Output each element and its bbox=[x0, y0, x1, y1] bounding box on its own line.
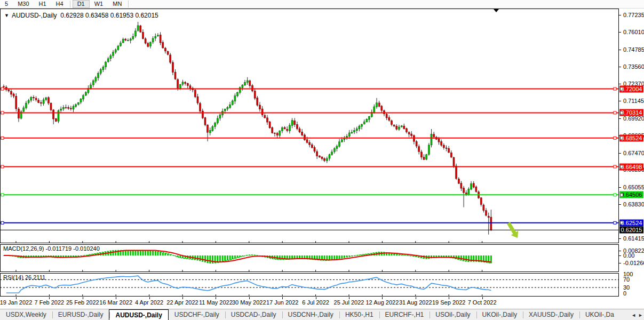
hline-price-badge: 0.66498 bbox=[619, 163, 643, 170]
tab-audusd-daily[interactable]: AUDUSD-,Daily bbox=[109, 309, 168, 320]
price-chart-panel[interactable]: ▼AUDUSD-,Daily 0.62928 0.63458 0.61953 0… bbox=[0, 9, 644, 243]
date-label: 25 Jul 2022 bbox=[334, 299, 364, 306]
date-label: 22 Apr 2022 bbox=[166, 299, 198, 306]
tab-xauusd-daily[interactable]: XAUUSD-,Daily bbox=[523, 309, 579, 320]
price-axis-tick bbox=[619, 187, 621, 188]
date-label: 31 Aug 2022 bbox=[399, 299, 432, 306]
tab-ukoil-da[interactable]: UKOil-,Da bbox=[579, 309, 620, 320]
chart-title: ▼AUDUSD-,Daily 0.62928 0.63458 0.61953 0… bbox=[4, 12, 158, 19]
macd-axis-label: -0.012669 bbox=[623, 260, 644, 266]
timeframe-button-mn[interactable]: MN bbox=[108, 0, 126, 8]
timeframe-button-m30[interactable]: M30 bbox=[13, 0, 34, 8]
tab-usdchf-daily[interactable]: USDCHF-,Daily bbox=[169, 309, 225, 320]
macd-axis-tick bbox=[619, 263, 621, 263]
hline-price-badge: 0.68524 bbox=[619, 134, 643, 141]
price-axis-tick bbox=[619, 238, 621, 239]
date-axis: 19 Jan 20227 Feb 202225 Feb 202216 Mar 2… bbox=[0, 297, 644, 308]
price-axis-label: 0.71145 bbox=[623, 98, 644, 104]
macd-indicator-panel[interactable]: MACD(12,26,9) -0.011719 -0.010240 bbox=[0, 244, 644, 272]
date-label: 7 Oct 2022 bbox=[468, 299, 497, 306]
tab-usdcad-daily[interactable]: USDCAD-,Daily bbox=[225, 309, 282, 320]
price-axis-tick bbox=[619, 50, 621, 50]
macd-axis: 0.0082230.00-0.012669 bbox=[619, 244, 644, 272]
line-handle[interactable] bbox=[620, 193, 623, 196]
tab-eurusd-daily[interactable]: EURUSD-,Daily bbox=[52, 309, 109, 320]
price-axis-tick bbox=[619, 101, 621, 101]
price-axis-label: 0.63830 bbox=[623, 201, 644, 207]
trading-terminal-window: 5M30H1H4D1W1MN ▼AUDUSD-,Daily 0.62928 0.… bbox=[0, 0, 644, 320]
date-label: 19 Sep 2022 bbox=[432, 299, 465, 306]
date-label: 30 May 2022 bbox=[232, 299, 266, 306]
price-axis-label: 0.67470 bbox=[623, 150, 644, 156]
date-label: 11 May 2022 bbox=[199, 299, 233, 306]
timeframe-toolbar: 5M30H1H4D1W1MN bbox=[0, 0, 644, 9]
toolbar-separator bbox=[70, 1, 71, 7]
chart-symbol-label: AUDUSD-,Daily bbox=[12, 12, 57, 19]
tab-eurchf-h1[interactable]: EURCHF-,H1 bbox=[379, 309, 430, 320]
price-axis-tick bbox=[619, 84, 621, 84]
price-axis-label: 0.77235 bbox=[623, 12, 644, 18]
price-axis-tick bbox=[619, 153, 621, 154]
tab-scroll-buttons: ◄ ► bbox=[628, 309, 643, 320]
symbol-dropdown-icon[interactable]: ▼ bbox=[4, 13, 9, 18]
price-axis-tick bbox=[619, 118, 621, 119]
price-axis: 0.772350.760100.747850.735600.723700.711… bbox=[619, 9, 644, 243]
chart-ohlc-values: 0.62928 0.63458 0.61953 0.62015 bbox=[60, 12, 158, 19]
rsi-indicator-panel[interactable]: RSI(14) 26.2111 bbox=[0, 273, 644, 297]
timeframe-button-h1[interactable]: H1 bbox=[34, 0, 51, 8]
rsi-axis: 10070300 bbox=[619, 273, 644, 297]
macd-label: MACD(12,26,9) -0.011719 -0.010240 bbox=[3, 245, 100, 252]
tab-ukoil-daily[interactable]: UKOil-,Daily bbox=[476, 309, 523, 320]
line-handle[interactable] bbox=[620, 111, 623, 114]
macd-axis-tick bbox=[619, 255, 621, 256]
timeframe-button-d1[interactable]: D1 bbox=[73, 0, 90, 8]
date-label: 7 Feb 2022 bbox=[35, 299, 65, 306]
tab-hk50-h1[interactable]: HK50-,H1 bbox=[339, 309, 379, 320]
line-handle[interactable] bbox=[620, 221, 623, 225]
current-price-price-badge: 0.62015 bbox=[619, 227, 643, 234]
rsi-label: RSI(14) 26.2111 bbox=[3, 274, 45, 281]
date-label: 4 Apr 2022 bbox=[135, 299, 163, 306]
chart-tab-bar: USDX,WeeklyEURUSD-,DailyAUDUSD-,DailyUSD… bbox=[0, 309, 644, 320]
date-label: 6 Jul 2022 bbox=[302, 299, 329, 306]
hline-price-badge: 0.62524 bbox=[619, 219, 643, 226]
price-axis-tick bbox=[619, 204, 621, 205]
hline-price-badge: 0.72004 bbox=[619, 85, 643, 92]
macd-axis-label: 0.00 bbox=[623, 252, 634, 259]
rsi-axis-label: 70 bbox=[623, 276, 630, 283]
price-axis-tick bbox=[619, 32, 621, 33]
price-axis-label: 0.65055 bbox=[623, 184, 644, 190]
line-handle[interactable] bbox=[620, 87, 623, 91]
date-label: 25 Feb 2022 bbox=[66, 299, 99, 306]
tab-usoil-daily[interactable]: USOil-,Daily bbox=[430, 309, 476, 320]
macd-axis-tick bbox=[619, 251, 621, 251]
price-axis-label: 0.76010 bbox=[623, 29, 644, 35]
candlestick-chart[interactable] bbox=[0, 9, 619, 243]
timeframe-button-w1[interactable]: W1 bbox=[90, 0, 108, 8]
toolbar-separator bbox=[128, 1, 129, 7]
tab-usdx-weekly[interactable]: USDX,Weekly bbox=[0, 309, 52, 320]
rsi-axis-label: 0 bbox=[623, 290, 626, 297]
price-axis-tick bbox=[619, 67, 621, 67]
tab-scroll-right-icon[interactable]: ► bbox=[638, 313, 643, 318]
date-label: 17 Jun 2022 bbox=[266, 299, 299, 306]
price-axis-label: 0.74785 bbox=[623, 46, 644, 53]
price-axis-tick bbox=[619, 15, 621, 15]
tab-scroll-left-icon[interactable]: ◄ bbox=[631, 313, 636, 318]
price-axis-label: 0.73560 bbox=[623, 63, 644, 70]
line-handle[interactable] bbox=[620, 165, 623, 169]
hline-price-badge: 0.70314 bbox=[619, 109, 643, 116]
tab-usdcnh-daily[interactable]: USDCNH-,Daily bbox=[282, 309, 339, 320]
date-label: 19 Jan 2022 bbox=[0, 299, 32, 306]
price-axis-label: 0.61415 bbox=[623, 235, 644, 242]
date-label: 16 Mar 2022 bbox=[99, 299, 132, 306]
timeframe-button-5[interactable]: 5 bbox=[0, 0, 13, 8]
date-label: 12 Aug 2022 bbox=[365, 299, 399, 306]
hline-price-badge: 0.64506 bbox=[619, 191, 643, 198]
line-handle[interactable] bbox=[620, 137, 623, 140]
rsi-plot[interactable] bbox=[0, 273, 619, 297]
timeframe-button-h4[interactable]: H4 bbox=[51, 0, 68, 8]
